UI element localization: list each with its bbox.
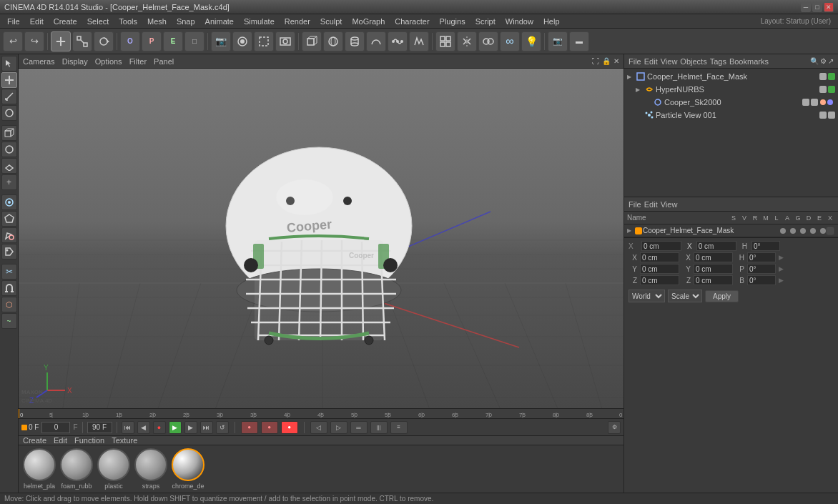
y-pos-input[interactable]	[640, 264, 679, 274]
render-view-button[interactable]	[275, 31, 295, 51]
motion-button[interactable]: ≡	[390, 421, 408, 434]
next-key-button[interactable]: ▷	[330, 421, 347, 434]
viewport-lock-icon[interactable]: 🔒	[602, 57, 611, 65]
menu-select[interactable]: Select	[83, 16, 114, 27]
camera2-button[interactable]: 📷	[548, 31, 568, 51]
record-button[interactable]: ●	[153, 421, 166, 434]
h-rot-input[interactable]	[747, 252, 776, 262]
go-start-button[interactable]: ⏮	[122, 421, 134, 434]
material-tool[interactable]	[1, 194, 17, 210]
instance-button[interactable]	[478, 31, 498, 51]
viewport-filter-label[interactable]: Filter	[129, 57, 147, 66]
redo-button[interactable]: ↪	[24, 31, 44, 51]
knife-tool[interactable]: ✂	[1, 264, 17, 280]
metaball-button[interactable]: ∞	[500, 31, 520, 51]
tree-item-particle[interactable]: ▶ Particle View 001	[624, 109, 838, 122]
select-tool[interactable]	[1, 56, 17, 71]
maximize-button[interactable]: □	[812, 2, 822, 12]
play-button[interactable]: ▶	[169, 421, 182, 434]
menu-script[interactable]: Script	[471, 16, 500, 27]
spline-button[interactable]	[366, 31, 386, 51]
z-rot-input[interactable]	[694, 275, 733, 285]
apply-button[interactable]: Apply	[705, 290, 739, 302]
menu-sculpt[interactable]: Sculpt	[316, 16, 347, 27]
move-tool-button[interactable]	[51, 31, 71, 51]
scene-expand-icon[interactable]: ↗	[828, 57, 834, 65]
world-dropdown[interactable]: World Object	[628, 290, 665, 302]
viewport-panel-label[interactable]: Panel	[154, 57, 174, 66]
attr-view-tab[interactable]: View	[661, 200, 678, 209]
material-item-foam[interactable]: foam_rubb	[60, 448, 93, 490]
mat-texture[interactable]: Texture	[112, 436, 137, 445]
menu-tools[interactable]: Tools	[114, 16, 142, 27]
menu-file[interactable]: File	[3, 16, 24, 27]
viewport-display-label[interactable]: Display	[62, 57, 88, 66]
polygon-tool[interactable]	[1, 211, 17, 227]
sphere-button[interactable]	[323, 31, 343, 51]
3d-viewport[interactable]: Perspective	[19, 69, 623, 408]
menu-mesh[interactable]: Mesh	[143, 16, 171, 27]
frame-input[interactable]	[41, 422, 70, 433]
loop-button[interactable]: ↺	[216, 421, 229, 434]
x-rot-input[interactable]	[694, 252, 733, 262]
menu-render[interactable]: Render	[280, 16, 315, 27]
viewport-fullscreen-icon[interactable]: ⛶	[592, 57, 599, 65]
tag-tool[interactable]	[1, 244, 17, 260]
y-rot-input[interactable]	[694, 264, 733, 274]
magnet-tool[interactable]	[1, 280, 17, 296]
sphere-primitive[interactable]	[1, 142, 17, 157]
menu-help[interactable]: Help	[539, 16, 564, 27]
move-tool[interactable]	[1, 72, 17, 88]
cube-button[interactable]	[302, 31, 322, 51]
scene-edit-tab[interactable]: Edit	[644, 57, 658, 66]
null-object[interactable]: +	[1, 174, 17, 190]
step-back-button[interactable]: ◀	[137, 421, 150, 434]
x-expand[interactable]: ▶	[779, 254, 784, 261]
mat-function[interactable]: Function	[74, 436, 104, 445]
scene-bookmarks-tab[interactable]: Bookmarks	[729, 57, 769, 66]
menu-animate[interactable]: Animate	[201, 16, 238, 27]
floor-button[interactable]: ▬	[569, 31, 589, 51]
light-button[interactable]: 💡	[521, 31, 541, 51]
scale-dropdown[interactable]: Scale	[668, 290, 702, 302]
attr-edit-tab[interactable]: Edit	[644, 200, 658, 209]
scale-tool-button[interactable]	[72, 31, 92, 51]
camera-button[interactable]: 📷	[211, 31, 231, 51]
y-expand[interactable]: ▶	[779, 265, 784, 272]
mat-create[interactable]: Create	[23, 436, 46, 445]
menu-window[interactable]: Window	[501, 16, 538, 27]
scene-search-icon[interactable]: 🔍	[810, 57, 819, 65]
brush-tool[interactable]: ⬡	[1, 297, 17, 312]
scene-view-tab[interactable]: View	[661, 57, 678, 66]
menu-mograph[interactable]: MoGraph	[347, 16, 389, 27]
edge-mode-button[interactable]: E	[163, 31, 183, 51]
z-expand[interactable]: ▶	[779, 277, 784, 284]
close-button[interactable]: ✕	[824, 2, 834, 12]
rotate-tool[interactable]	[1, 105, 17, 121]
cube-primitive[interactable]	[1, 125, 17, 141]
scene-objects-tab[interactable]: Objects	[680, 57, 706, 66]
dope-button[interactable]: |||	[370, 421, 388, 434]
x-pos-input[interactable]	[640, 252, 679, 262]
attr-file-tab[interactable]: File	[628, 200, 641, 209]
scene-tags-tab[interactable]: Tags	[710, 57, 726, 66]
tree-item-helmet[interactable]: ▶ Cooper_Helmet_Face_Mask	[624, 70, 838, 83]
point-mode-button[interactable]: P	[142, 31, 162, 51]
p-rot-input[interactable]	[747, 264, 776, 274]
scale-tool[interactable]	[1, 89, 17, 104]
object-mode-button[interactable]: O	[120, 31, 140, 51]
material-item-chrome[interactable]: chrome_de	[172, 448, 204, 490]
cylinder-button[interactable]	[345, 31, 365, 51]
paint-tool[interactable]	[1, 227, 17, 243]
timeline-mode-button[interactable]: ═	[350, 421, 368, 434]
symmetry-button[interactable]	[457, 31, 477, 51]
mat-edit[interactable]: Edit	[54, 436, 67, 445]
scene-settings-icon[interactable]: ⚙	[820, 57, 827, 65]
plane-primitive[interactable]	[1, 158, 17, 174]
menu-character[interactable]: Character	[390, 16, 433, 27]
nurbs-button[interactable]	[388, 31, 408, 51]
timeline-ruler[interactable]: 0 5 10 15 20 25 30 35 40	[19, 408, 623, 418]
menu-plugins[interactable]: Plugins	[435, 16, 470, 27]
tree-item-nurbs[interactable]: ▶ HyperNURBS	[624, 83, 838, 96]
b-rot-input[interactable]	[747, 275, 776, 285]
